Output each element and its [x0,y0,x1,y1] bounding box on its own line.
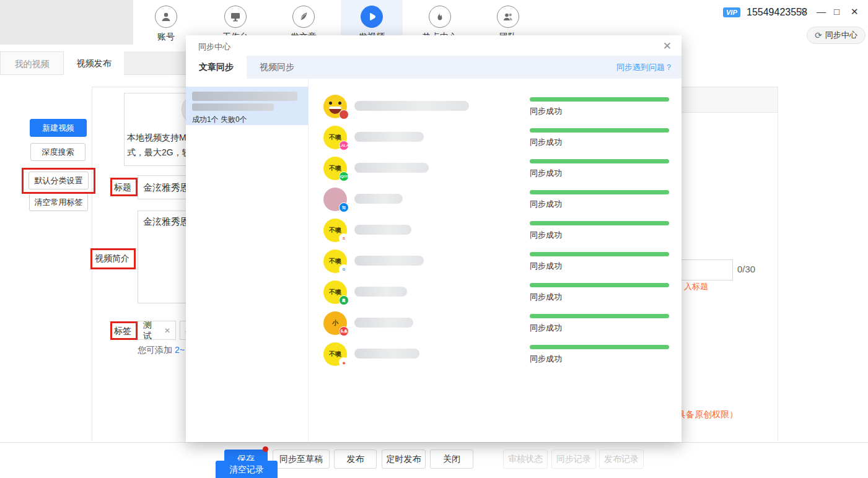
sync-row: 同步成功 [309,91,682,122]
sync-help-link[interactable]: 同步遇到问题？ [616,56,673,79]
lala-platform-avatar: 不噢LALA [323,126,347,149]
minimize-button[interactable]: — [817,6,826,17]
sync-status-text: 同步成功 [530,137,562,148]
platform-badge [339,110,349,120]
platform-badge: LALA [339,141,349,150]
sync-status-text: 同步成功 [530,106,562,117]
tags-hint-link: 2~ [175,345,185,355]
close-button[interactable]: 关闭 [430,450,473,469]
clear-common-tags-button[interactable]: 清空常用标签 [29,193,88,211]
refresh-icon: ⟳ [815,30,822,40]
title-label: 标题 [114,182,131,193]
publish-button[interactable]: 发布 [334,450,377,469]
blurred-platform-name [354,349,419,358]
scheduled-publish-button[interactable]: 定时发布 [382,450,426,469]
sync-result-list: 同步成功 不噢LALA 同步成功 不噢iQIYI 同步成功 知 同步成功 [309,79,682,413]
deep-search-button[interactable]: 深度搜索 [30,143,85,161]
sync-status-text: 同步成功 [530,199,562,210]
description-label: 视频简介 [95,253,129,264]
zhihu-platform-avatar: 知 [323,188,347,211]
publish-records-button[interactable]: 发布记录 [599,450,644,469]
sync-status-text: 同步成功 [530,292,562,303]
sync-row: 不噢趣 同步成功 [309,277,682,308]
nav-label: 账号 [141,32,191,43]
doc-platform-avatar: 不噢G [323,250,347,273]
sync-row: 不噢◉ 同步成功 [309,339,682,370]
sync-progress-bar [530,159,669,163]
toutiao-platform-avatar: 小头条 [323,311,347,335]
sync-status-text: 同步成功 [530,354,562,365]
sync-status-text: 同步成功 [530,168,562,179]
sync-progress-bar [530,345,669,349]
blurred-platform-name [354,163,429,173]
original-rights-hint-fragment: 具备原创权限） [677,409,738,420]
tag-text: 测试 [143,321,160,340]
emoji-eye [338,102,341,105]
tab-video-publish[interactable]: 视频发布 [64,51,124,75]
blurred-record-title [192,103,274,111]
platform-badge: S [339,233,349,243]
sync-center-button[interactable]: ⟳ 同步中心 [807,27,866,44]
sync-row: 小头条 同步成功 [309,308,682,339]
platform-badge: iQIYI [339,172,349,181]
sync-history-panel: 成功1个 失败0个 清空记录 [186,79,309,442]
sync-progress-bar [530,283,669,287]
platform-badge: 头条 [339,326,349,336]
right-panel-header-band [675,87,778,113]
modal-close-icon[interactable]: ✕ [663,40,672,53]
sync-history-item-selected[interactable]: 成功1个 失败0个 [186,87,309,125]
tags-hint-text: 您可添加 [138,345,175,355]
modal-tab-article-sync[interactable]: 文章同步 [186,56,247,79]
topbar-left-block [0,0,133,45]
clear-records-button[interactable]: 清空记录 [216,461,278,478]
weibo-platform-avatar: 不噢◉ [323,342,347,366]
emoji-eye [329,102,332,105]
video-icon [361,6,383,28]
tab-my-videos[interactable]: 我的视频 [0,51,64,75]
tags-hint: 您可添加 2~ [138,345,185,356]
sync-row: 不噢iQIYI 同步成功 [309,153,682,184]
sync-center-label: 同步中心 [825,30,857,41]
sync-progress-bar [530,128,669,133]
blurred-platform-name [354,101,469,111]
tag-remove-icon[interactable]: ✕ [164,326,170,335]
review-status-button[interactable]: 审核状态 [503,450,548,469]
form-panel-left-border [92,87,92,441]
platform-badge: 知 [339,202,349,212]
platform-badge: ◉ [339,357,349,367]
close-window-button[interactable]: ✕ [851,6,859,17]
sync-to-draft-button[interactable]: 同步至草稿 [273,450,330,469]
sogou-platform-avatar: 不噢S [323,219,347,242]
blurred-platform-name [354,256,424,266]
sync-row: 不噢LALA 同步成功 [309,122,682,153]
sync-status-text: 同步成功 [530,230,562,241]
blurred-platform-name [354,194,403,204]
account-id: 15549423558 [747,7,807,18]
sync-progress-bar [530,221,669,225]
modal-tab-video-sync[interactable]: 视频同步 [247,56,307,79]
team-icon [497,6,519,28]
qutoutiao-platform-avatar: 不噢趣 [323,280,347,304]
sync-progress-bar [530,314,669,318]
flame-icon [429,6,451,28]
iqiyi-platform-avatar: 不噢iQIYI [323,157,347,180]
tag-item[interactable]: 测试 ✕ [138,321,176,340]
account-caret-icon[interactable]: ▽ [800,6,807,17]
sync-progress-bar [530,190,669,194]
sync-row: 不噢G 同步成功 [309,246,682,277]
sync-row: 不噢S 同步成功 [309,215,682,246]
blurred-record-title [192,92,297,101]
app-window: 账号 工作台 发文章 发视频 热点中心 团队 VIP 15549423558 ▽… [0,0,868,478]
personalized-title-hint-fragment: 入标题 [684,281,708,292]
sync-records-button[interactable]: 同步记录 [551,450,596,469]
new-video-button[interactable]: 新建视频 [30,119,87,137]
sync-status-text: 同步成功 [530,323,562,334]
default-category-button[interactable]: 默认分类设置 [28,172,89,189]
tags-label: 标签 [114,326,131,337]
maximize-button[interactable]: □ [834,6,840,17]
user-icon [155,6,177,28]
modal-title: 同步中心 [198,41,230,53]
blurred-platform-name [354,225,411,235]
nav-item-account[interactable]: 账号 [141,6,191,43]
blurred-platform-name [354,132,424,142]
